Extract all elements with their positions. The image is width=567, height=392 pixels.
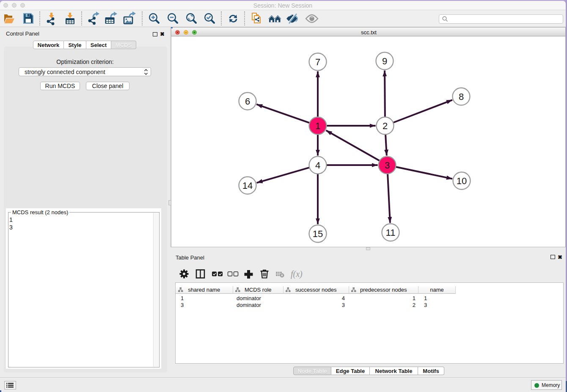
svg-text:8: 8 [459, 91, 464, 102]
svg-text:f(x): f(x) [291, 269, 303, 279]
svg-text:14: 14 [242, 180, 253, 191]
svg-text:2: 2 [383, 121, 388, 131]
svg-text:3: 3 [385, 160, 390, 171]
svg-text:15: 15 [313, 229, 323, 239]
svg-text:10: 10 [457, 176, 467, 186]
svg-text:4: 4 [315, 160, 320, 171]
svg-text:1: 1 [315, 121, 320, 131]
svg-text:11: 11 [386, 227, 396, 238]
svg-text:7: 7 [315, 57, 320, 67]
svg-text:6: 6 [245, 96, 250, 107]
svg-text:9: 9 [382, 56, 387, 66]
